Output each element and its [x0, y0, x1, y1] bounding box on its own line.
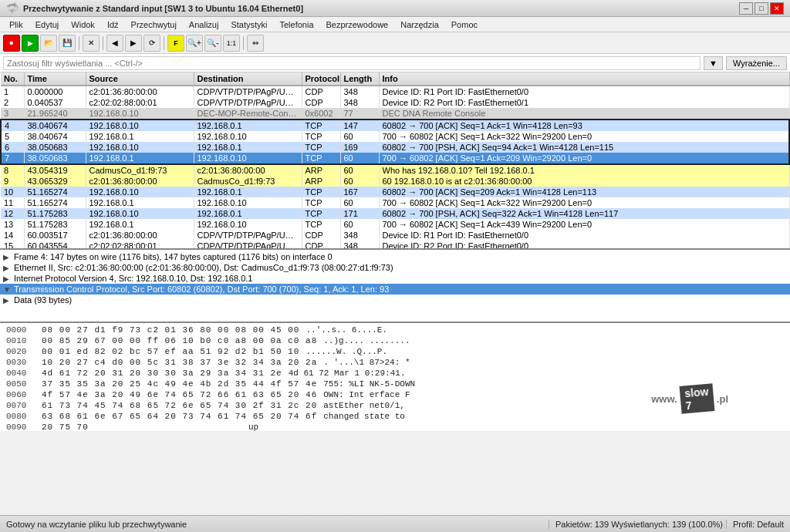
filter-colorize-button[interactable]: F: [167, 35, 184, 52]
cell-5: 60: [340, 153, 379, 164]
hex-row: 000008 00 27 d1 f9 73 c2 01 36 80 00 08 …: [6, 325, 784, 335]
header-protocol[interactable]: Protocol: [302, 72, 340, 86]
cell-0: 8: [1, 164, 24, 176]
zoom-out-button[interactable]: 🔍-: [204, 35, 221, 52]
menu-item-bezprzewodowe[interactable]: Bezprzewodowe: [320, 19, 395, 31]
filter-input[interactable]: [3, 56, 701, 70]
close-button[interactable]: ✕: [770, 2, 784, 15]
packet-row-13[interactable]: 1351.175283192.168.0.1192.168.0.10TCP607…: [1, 219, 789, 230]
cell-5: 60: [340, 219, 379, 230]
cell-3: 192.168.0.1: [194, 142, 302, 153]
menu-item-telefonia[interactable]: Telefonia: [273, 19, 319, 31]
packet-row-7[interactable]: 738.050683192.168.0.1192.168.0.10TCP6070…: [1, 153, 789, 164]
expand-icon[interactable]: ▶: [3, 253, 11, 261]
cell-1: 38.050683: [24, 153, 86, 164]
packet-row-15[interactable]: 1560.043554c2:02:02:88:00:01CDP/VTP/DTP/…: [1, 241, 789, 250]
maximize-button[interactable]: □: [755, 2, 768, 15]
expression-button[interactable]: Wyrażenie...: [726, 56, 787, 70]
cell-5: 348: [340, 241, 379, 250]
menu-item-widok[interactable]: Widok: [65, 19, 101, 31]
cell-2: c2:01:36:80:00:00: [86, 230, 194, 241]
packet-row-9[interactable]: 943.065329c2:01:36:80:00:00CadmusCo_d1:f…: [1, 176, 789, 187]
packet-row-3[interactable]: 321.965240192.168.0.10DEC-MOP-Remote-Con…: [1, 108, 789, 120]
close-button-tb[interactable]: ✕: [83, 35, 100, 52]
cell-1: 38.040674: [24, 131, 86, 142]
menu-item-przechwytuj[interactable]: Przechwytuj: [125, 19, 183, 31]
cell-6: DEC DNA Remote Console: [379, 108, 789, 120]
cell-6: Device ID: R2 Port ID: FastEthernet0/1: [379, 97, 789, 108]
hex-bytes: 61 73 74 45 74 68 65 72 6e 65 74 30 2f 3…: [42, 400, 317, 411]
header-length[interactable]: Length: [340, 72, 379, 86]
packet-row-1[interactable]: 10.000000c2:01:36:80:00:00CDP/VTP/DTP/PA…: [1, 86, 789, 97]
header-time[interactable]: Time: [24, 72, 86, 86]
goto-button[interactable]: ⟳: [143, 35, 160, 52]
menu-item-pomoc[interactable]: Pomoc: [445, 19, 484, 31]
stop-capture-button[interactable]: ■: [3, 35, 20, 52]
header-no[interactable]: No.: [1, 72, 24, 86]
menu-item-statystyki[interactable]: Statystyki: [225, 19, 273, 31]
zoom-reset-button[interactable]: 1:1: [223, 35, 240, 52]
packet-list[interactable]: No. Time Source Destination Protocol Len…: [0, 72, 790, 250]
expand-icon[interactable]: ▶: [3, 264, 11, 272]
detail-row[interactable]: ▶Frame 4: 147 bytes on wire (1176 bits),…: [0, 251, 790, 262]
cell-0: 2: [1, 97, 24, 108]
cell-5: 169: [340, 142, 379, 153]
menu-item-analizuj[interactable]: Analizuj: [183, 19, 225, 31]
cell-6: 60802 → 700 [PSH, ACK] Seq=322 Ack=1 Win…: [379, 208, 789, 219]
cell-1: 51.165274: [24, 197, 86, 208]
cell-1: 38.050683: [24, 142, 86, 153]
cell-5: 167: [340, 187, 379, 197]
expand-icon[interactable]: ▶: [3, 274, 11, 283]
cell-6: 60802 → 700 [ACK] Seq=1 Ack=1 Win=4128 L…: [379, 120, 789, 131]
open-file-button[interactable]: 📂: [40, 35, 57, 52]
header-destination[interactable]: Destination: [194, 72, 302, 86]
cell-6: 700 → 60802 [ACK] Seq=1 Ack=209 Win=2920…: [379, 153, 789, 164]
cell-1: 60.003517: [24, 230, 86, 241]
cell-4: TCP: [302, 187, 340, 197]
cell-6: Device ID: R1 Port ID: FastEthernet0/0: [379, 86, 789, 97]
cell-2: 192.168.0.1: [86, 197, 194, 208]
cell-6: 60802 → 700 [PSH, ACK] Seq=94 Ack=1 Win=…: [379, 142, 789, 153]
statusbar: Gotowy na wczytanie pliku lub przechwyty…: [0, 515, 790, 532]
forward-button[interactable]: ▶: [125, 35, 142, 52]
detail-row[interactable]: ▶Internet Protocol Version 4, Src: 192.1…: [0, 273, 790, 284]
zoom-in-button[interactable]: 🔍+: [186, 35, 203, 52]
packet-row-12[interactable]: 1251.175283192.168.0.10192.168.0.1TCP171…: [1, 208, 789, 219]
hex-row: 001000 85 29 67 00 00 ff 06 10 b0 c0 a8 …: [6, 335, 784, 346]
minimize-button[interactable]: ─: [739, 2, 753, 15]
header-info[interactable]: Info: [379, 72, 789, 86]
packet-row-14[interactable]: 1460.003517c2:01:36:80:00:00CDP/VTP/DTP/…: [1, 230, 789, 241]
packet-row-4[interactable]: 438.040674192.168.0.10192.168.0.1TCP1476…: [1, 120, 789, 131]
packet-row-8[interactable]: 843.054319CadmusCo_d1:f9:73c2:01:36:80:0…: [1, 164, 789, 176]
menu-item-narzędzia[interactable]: Narzędzia: [394, 19, 445, 31]
cell-1: 51.175283: [24, 208, 86, 219]
packet-row-11[interactable]: 1151.165274192.168.0.1192.168.0.10TCP607…: [1, 197, 789, 208]
packet-row-10[interactable]: 1051.165274192.168.0.10192.168.0.1TCP167…: [1, 187, 789, 197]
menu-item-idź[interactable]: Idź: [101, 19, 125, 31]
resize-columns-button[interactable]: ⇔: [247, 35, 264, 52]
packet-row-5[interactable]: 538.040674192.168.0.1192.168.0.10TCP6070…: [1, 131, 789, 142]
filter-dropdown-button[interactable]: ▼: [704, 56, 723, 70]
detail-row[interactable]: ▼Transmission Control Protocol, Src Port…: [0, 284, 790, 295]
detail-row[interactable]: ▶Ethernet II, Src: c2:01:36:80:00:00 (c2…: [0, 262, 790, 273]
cell-6: 700 → 60802 [ACK] Seq=1 Ack=322 Win=2920…: [379, 197, 789, 208]
cell-4: TCP: [302, 219, 340, 230]
cell-3: CDP/VTP/DTP/PAgP/UD...: [194, 97, 302, 108]
packet-row-6[interactable]: 638.050683192.168.0.10192.168.0.1TCP1696…: [1, 142, 789, 153]
collapse-icon[interactable]: ▼: [3, 285, 11, 294]
back-button[interactable]: ◀: [106, 35, 123, 52]
cell-3: 192.168.0.1: [194, 120, 302, 131]
packet-row-2[interactable]: 20.040537c2:02:02:88:00:01CDP/VTP/DTP/PA…: [1, 97, 789, 108]
header-source[interactable]: Source: [86, 72, 194, 86]
cell-5: 147: [340, 120, 379, 131]
restart-capture-button[interactable]: ▶: [22, 35, 39, 52]
menu-item-edytuj[interactable]: Edytuj: [29, 19, 66, 31]
expand-icon[interactable]: ▶: [3, 296, 11, 305]
cell-2: c2:02:02:88:00:01: [86, 241, 194, 250]
save-button[interactable]: 💾: [59, 35, 76, 52]
menu-item-plik[interactable]: Plik: [3, 19, 29, 31]
hex-bytes: 00 01 ed 82 02 bc 57 ef aa 51 92 d2 b1 5…: [42, 346, 299, 357]
cell-4: CDP: [302, 86, 340, 97]
cell-0: 9: [1, 176, 24, 187]
detail-row[interactable]: ▶Data (93 bytes): [0, 295, 790, 305]
